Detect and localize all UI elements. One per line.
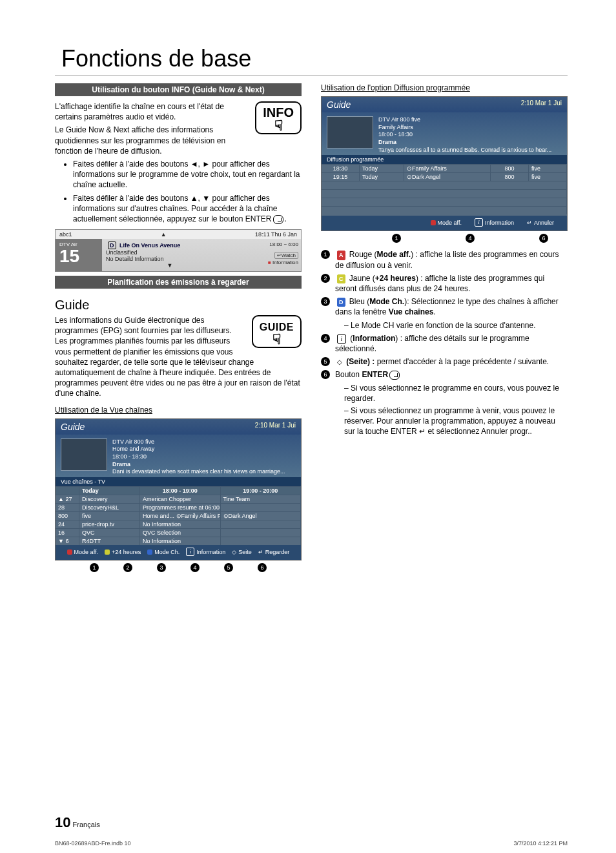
legend-sub: Si vous sélectionnez un programme à veni… <box>344 406 568 437</box>
gb-title: Guide <box>61 422 85 432</box>
right-column: Utilisation de l'option Diffusion progra… <box>321 79 568 572</box>
bullet: Faites défiler à l'aide des boutons ▲, ▼… <box>73 193 302 225</box>
legend-item: 2C Jaune (+24 heures) : affiche la liste… <box>321 273 568 294</box>
gb-thumb <box>61 438 107 471</box>
gb-title: Guide <box>327 99 351 110</box>
divider <box>55 75 568 76</box>
nn-prog: Life On Venus Avenue <box>119 242 180 249</box>
press-icon: ☟ <box>263 120 294 132</box>
section-heading-info: Utilisation du bouton INFO (Guide Now & … <box>55 83 302 96</box>
h2-guide: Guide <box>55 298 302 313</box>
page-footer: 10 Français <box>55 814 100 831</box>
table-row: 24price-drop.tvNo Information <box>56 520 301 528</box>
nn-time: 18:00 ~ 6:00 <box>240 242 298 247</box>
now-next-screenshot: abc1 ▲ 18:11 Thu 6 Jan DTV Air 15 D Life… <box>55 229 302 272</box>
table-row: ▲ 27DiscoveryAmerican ChopperTine Team <box>56 495 301 503</box>
h3-vue-chaines: Utilisation de la Vue chaînes <box>55 406 302 415</box>
table-row: ▼ 6R4DTTNo Information <box>56 537 301 545</box>
legend-sub: Si vous sélectionnez le programme en cou… <box>344 383 568 404</box>
page-title: Fonctions de base <box>61 45 568 72</box>
nn-line3: No Detaild Information <box>106 256 234 262</box>
print-footer: BN68-02689ABD-Fre.indb 10 3/7/2010 4:12:… <box>55 840 568 847</box>
guide-diffusion-screenshot: Guide 2:10 Mar 1 Jui DTV Air 800 five Fa… <box>321 96 568 231</box>
nn-clock: 18:11 Thu 6 Jan <box>255 231 297 238</box>
table-row: 18:30Today⊙Family Affairs800five <box>322 164 567 172</box>
nn-info: Information <box>272 260 298 265</box>
left-column: Utilisation du bouton INFO (Guide Now & … <box>55 79 302 572</box>
nn-chnum: 15 <box>59 247 98 265</box>
markers-1-4-6: 146 <box>321 234 568 243</box>
table-row: 28DiscoveryH&LProgrammes resume at 06:00 <box>56 503 301 511</box>
h3-diffusion-prog: Utilisation de l'option Diffusion progra… <box>321 83 568 92</box>
table-row: 800fiveHome and... ⊙Family Affairs Fiv..… <box>56 511 301 520</box>
legend-sub: Le Mode CH varie en fonction de la sourc… <box>344 320 568 331</box>
enter-icon <box>273 215 283 224</box>
gb-clock: 2:10 Mar 1 Jui <box>521 99 562 110</box>
guide-button-illustration: GUIDE ☟ <box>252 315 302 348</box>
legend-item: 5◇ (Seite) : permet d'accéder à la page … <box>321 356 568 367</box>
nn-line2: Unclassified <box>106 249 234 256</box>
legend-item: 6 Bouton ENTER <box>321 369 568 380</box>
info-button-illustration: INFO ☟ <box>255 101 302 134</box>
markers-1-6: 123456 <box>55 563 302 572</box>
gb-thumb <box>327 116 373 149</box>
nn-channel: abc1 <box>59 231 72 238</box>
legend-item: 1A Rouge (Mode aff.) : affiche la liste … <box>321 249 568 270</box>
guide-vue-chaines-screenshot: Guide 2:10 Mar 1 Jui DTV Air 800 five Ho… <box>55 418 302 560</box>
table-row: 16QVCQVC Selection <box>56 528 301 537</box>
d-icon: D <box>108 242 116 249</box>
table-row: 19:15Today⊙Dark Angel800five <box>322 172 567 181</box>
legend-item: 4i (Information) : affiche des détails s… <box>321 333 568 354</box>
section-heading-plan: Planification des émissions à regarder <box>55 276 302 289</box>
legend-item: 3D Bleu (Mode Ch.): Sélectionnez le type… <box>321 296 568 317</box>
press-icon: ☟ <box>260 334 294 345</box>
gb-clock: 2:10 Mar 1 Jui <box>255 422 296 432</box>
bullet: Faites défiler à l'aide des boutons ◄, ►… <box>73 159 302 190</box>
